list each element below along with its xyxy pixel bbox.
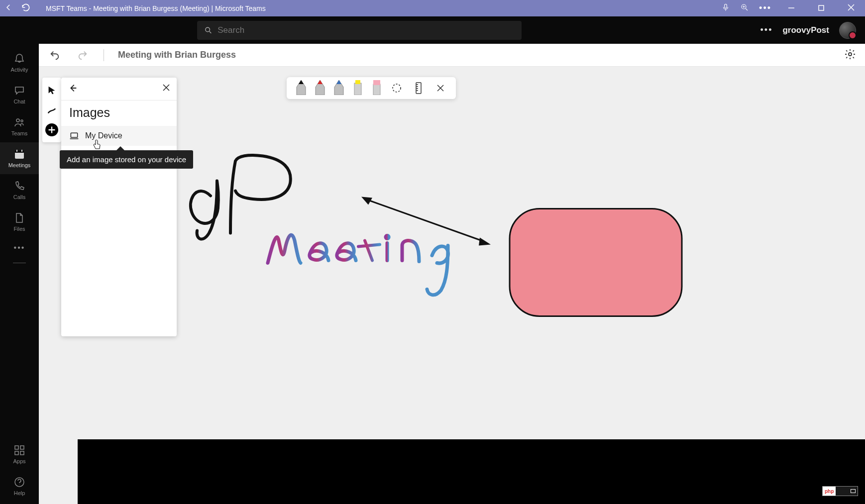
more-icon[interactable]: ••• [759,3,771,13]
nav-more[interactable]: ••• [0,238,39,258]
canvas-drawing [39,67,865,504]
php-badge: php [822,486,858,496]
refresh-icon[interactable] [21,2,31,14]
canvas-body[interactable]: Images My Device Add an image stored on … [39,67,865,504]
nav-files-label: Files [13,226,25,232]
nav-help-label: Help [14,490,25,496]
nav-teams[interactable]: Teams [0,110,39,142]
svg-rect-10 [20,446,24,449]
avatar[interactable] [839,22,856,39]
nav-apps-label: Apps [13,458,25,464]
svg-point-4 [206,27,210,32]
minimize-button[interactable] [781,4,801,13]
svg-rect-8 [15,151,24,153]
user-name: groovyPost [782,25,829,35]
nav-teams-label: Teams [11,130,27,136]
nav-help[interactable]: Help [0,470,39,502]
search-box[interactable] [197,21,522,40]
zoom-icon[interactable] [740,3,749,14]
nav-calls[interactable]: Calls [0,174,39,206]
nav-chat[interactable]: Chat [0,79,39,110]
nav-files[interactable]: Files [0,206,39,238]
svg-rect-0 [725,4,727,8]
nav-meetings[interactable]: Meetings [0,142,39,174]
svg-point-14 [849,53,852,56]
nav-divider [13,263,26,263]
svg-rect-11 [15,451,18,455]
nav-activity[interactable]: Activity [0,47,39,79]
nav-apps[interactable]: Apps [0,438,39,470]
svg-point-5 [16,119,19,122]
maximize-button[interactable] [811,4,831,13]
window-titlebar: MSFT Teams - Meeting with Brian Burgess … [0,0,865,16]
svg-marker-30 [479,238,491,246]
more-options-icon[interactable]: ••• [760,25,773,35]
settings-button[interactable] [844,48,856,62]
svg-point-6 [21,120,23,122]
php-badge-label: php [823,489,836,494]
separator [104,49,104,61]
app-topbar: ••• groovyPost [0,16,865,44]
undo-button[interactable] [48,48,62,62]
bottom-bar: php [78,439,865,504]
whiteboard-title: Meeting with Brian Burgess [118,50,236,60]
nav-chat-label: Chat [13,99,25,104]
nav-calls-label: Calls [13,194,25,200]
nav-activity-label: Activity [11,67,28,73]
svg-rect-31 [510,209,682,316]
microphone-icon[interactable] [721,3,730,14]
svg-rect-3 [819,5,824,10]
search-input[interactable] [217,25,515,35]
whiteboard-container: Meeting with Brian Burgess [39,44,865,504]
back-arrow-icon[interactable] [4,3,13,14]
svg-rect-12 [20,451,24,455]
window-title: MSFT Teams - Meeting with Brian Burgess … [46,4,266,12]
nav-rail: Activity Chat Teams Meetings Calls Files… [0,44,39,504]
search-icon [204,26,213,35]
window-close-button[interactable] [841,4,861,13]
svg-rect-9 [15,446,18,449]
redo-button[interactable] [76,48,90,62]
whiteboard-header: Meeting with Brian Burgess [39,44,865,67]
nav-meetings-label: Meetings [8,162,31,168]
